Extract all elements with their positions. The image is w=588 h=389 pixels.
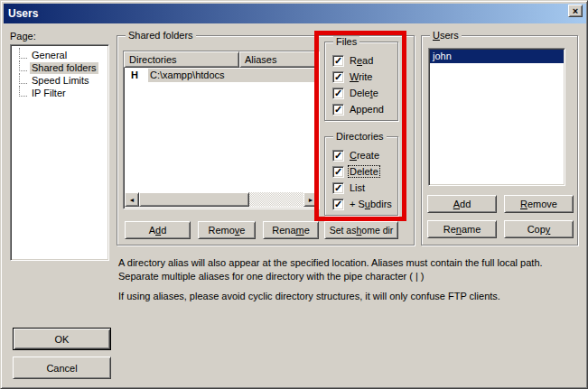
create-checkbox-row: ✓ Create xyxy=(332,149,380,162)
scrollbar-track[interactable] xyxy=(139,192,303,207)
subdirs-label: + Subdirs xyxy=(349,199,393,209)
close-button[interactable]: × xyxy=(568,5,583,17)
user-item-john[interactable]: john xyxy=(430,50,564,63)
directories-group-label: Directories xyxy=(333,131,387,143)
files-delete-checkbox[interactable]: ✓ xyxy=(332,88,344,99)
append-checkbox-row: ✓ Append xyxy=(332,103,385,116)
directories-listview[interactable]: Directories Aliases H C:\xampp\htdocs ◄ … xyxy=(123,51,320,209)
list-checkbox[interactable]: ✓ xyxy=(332,182,344,194)
list-label: List xyxy=(349,182,366,193)
scroll-left-icon: ◄ xyxy=(129,197,135,203)
files-group: Files ✓ Read ✓ Write ✓ Delete ✓ Append xyxy=(324,42,398,121)
list-checkbox-row: ✓ List xyxy=(332,181,366,194)
append-checkbox[interactable]: ✓ xyxy=(332,104,344,116)
page-list[interactable]: General Shared folders Speed Limits IP F… xyxy=(10,44,109,261)
subdirs-checkbox[interactable]: ✓ xyxy=(332,199,344,210)
read-checkbox[interactable]: ✓ xyxy=(332,55,344,67)
page-item-label: IP Filter xyxy=(30,88,68,99)
directories-group: Directories ✓ Create ✓ Delete ✓ List ✓ +… xyxy=(324,136,398,216)
cyclic-note: If using aliases, please avoid cyclic di… xyxy=(118,290,583,303)
files-delete-label: Delete xyxy=(349,88,379,98)
dirs-delete-checkbox-row: ✓ Delete xyxy=(332,165,379,178)
append-label: Append xyxy=(349,104,385,115)
close-icon: × xyxy=(573,6,578,15)
tree-connector-icon xyxy=(19,60,27,71)
create-checkbox[interactable]: ✓ xyxy=(332,150,344,162)
shared-remove-button[interactable]: Remove xyxy=(198,221,256,239)
window-title: Users xyxy=(4,7,38,20)
page-item-label: General xyxy=(30,50,69,61)
user-add-button[interactable]: Add xyxy=(427,195,497,213)
user-remove-button[interactable]: Remove xyxy=(504,195,574,213)
horizontal-scrollbar[interactable]: ◄ ► xyxy=(125,192,318,207)
shared-folders-group-label: Shared folders xyxy=(126,30,196,42)
page-item-label: Shared folders xyxy=(30,62,98,74)
notes-block: A directory alias will also appear at th… xyxy=(118,256,583,303)
page-item-label: Speed Limits xyxy=(30,75,91,87)
user-rename-button[interactable]: Rename xyxy=(427,220,497,238)
column-header-aliases[interactable]: Aliases xyxy=(239,51,319,68)
write-checkbox-row: ✓ Write xyxy=(332,70,373,83)
listview-header: Directories Aliases xyxy=(124,51,319,68)
dirs-delete-checkbox[interactable]: ✓ xyxy=(332,166,344,178)
read-checkbox-row: ✓ Read xyxy=(332,54,374,67)
set-as-home-dir-button[interactable]: Set as home dir xyxy=(324,221,398,239)
create-label: Create xyxy=(349,150,380,161)
shared-add-button[interactable]: Add xyxy=(125,221,191,239)
scroll-right-button[interactable]: ► xyxy=(303,192,318,207)
column-header-directories[interactable]: Directories xyxy=(124,51,239,68)
page-label: Page: xyxy=(10,31,36,42)
directory-path: C:\xampp\htdocs xyxy=(148,69,319,82)
tree-connector-icon xyxy=(19,48,27,59)
users-group-label: Users xyxy=(430,30,462,42)
page-item-ip-filter[interactable]: IP Filter xyxy=(13,87,107,99)
subdirs-checkbox-row: ✓ + Subdirs xyxy=(332,198,393,210)
user-copy-button[interactable]: Copy xyxy=(504,220,574,238)
scroll-left-button[interactable]: ◄ xyxy=(125,192,139,207)
scrollbar-thumb[interactable] xyxy=(139,192,249,207)
titlebar[interactable]: Users xyxy=(4,4,586,23)
home-dir-marker: H xyxy=(124,69,148,80)
write-checkbox[interactable]: ✓ xyxy=(332,71,344,83)
ok-button[interactable]: OK xyxy=(13,328,111,350)
directory-row[interactable]: H C:\xampp\htdocs xyxy=(124,68,319,82)
scroll-right-icon: ► xyxy=(308,197,314,203)
dirs-delete-label: Delete xyxy=(349,166,379,177)
tree-connector-icon xyxy=(19,86,27,97)
cancel-button[interactable]: Cancel xyxy=(13,357,111,379)
alias-note: A directory alias will also appear at th… xyxy=(118,256,583,283)
files-group-label: Files xyxy=(333,36,359,48)
users-list[interactable]: john xyxy=(428,48,565,186)
files-delete-checkbox-row: ✓ Delete xyxy=(332,87,379,99)
shared-rename-button[interactable]: Rename xyxy=(263,221,319,239)
read-label: Read xyxy=(349,55,374,66)
tree-connector-icon xyxy=(19,73,27,84)
users-dialog: Users × Page: General Shared folders Spe… xyxy=(0,0,588,389)
write-label: Write xyxy=(349,71,373,82)
